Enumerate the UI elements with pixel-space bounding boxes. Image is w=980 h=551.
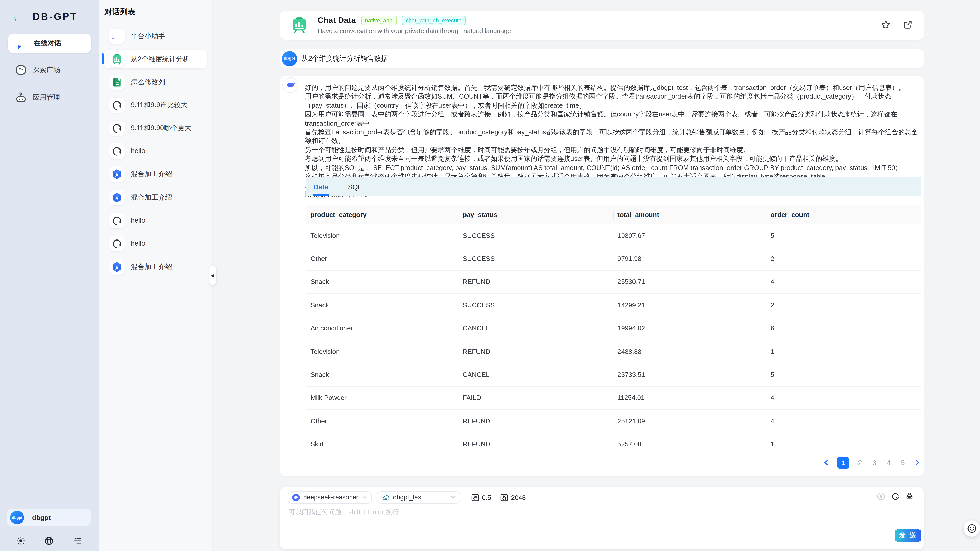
theme-toggle-button[interactable] bbox=[16, 536, 25, 545]
reasoning-paragraph: 所以，可能的SQL是： SELECT product_category, pay… bbox=[305, 163, 919, 172]
app-title: Chat Data bbox=[318, 16, 356, 25]
cell: Snack bbox=[306, 293, 458, 317]
pagination-prev-button[interactable] bbox=[823, 459, 830, 466]
max-tokens-control[interactable]: 2048 bbox=[501, 494, 526, 501]
pagination-next-button[interactable] bbox=[913, 459, 921, 466]
whale-icon bbox=[286, 80, 295, 90]
model-selector[interactable]: deepseek-reasoner bbox=[288, 491, 372, 503]
clear-history-button[interactable] bbox=[905, 492, 913, 500]
cell: 9791.98 bbox=[613, 247, 767, 271]
cell: Snack bbox=[306, 271, 458, 294]
collapse-sidebar-button[interactable] bbox=[73, 536, 82, 545]
column-header[interactable]: pay_status bbox=[458, 205, 613, 224]
conversation-item[interactable]: hello bbox=[104, 234, 207, 253]
mysql-icon bbox=[381, 493, 390, 502]
conversation-item-selected[interactable]: 从2个维度统计分析... bbox=[104, 49, 207, 68]
pagination-page[interactable]: 4 bbox=[885, 459, 892, 467]
pagination-page[interactable]: 3 bbox=[871, 459, 878, 467]
pagination-page-active[interactable]: 1 bbox=[837, 457, 849, 469]
planet-logo-icon bbox=[13, 9, 29, 24]
smiley-icon bbox=[967, 524, 977, 533]
book-icon bbox=[109, 74, 125, 90]
favorite-button[interactable] bbox=[881, 20, 891, 30]
column-header[interactable]: order_count bbox=[767, 205, 921, 224]
conversation-item[interactable]: hello bbox=[104, 211, 207, 230]
globe-icon bbox=[45, 536, 54, 545]
reasoning-paragraph: 另一个可能性是按时间和产品分类，但用户要求两个维度，时间可能需要按年或月分组，但… bbox=[305, 145, 919, 154]
selected-indicator bbox=[102, 53, 104, 64]
temperature-control[interactable]: 0.5 bbox=[471, 494, 491, 501]
brand-logo[interactable]: DB-GPT bbox=[13, 9, 78, 24]
cell: REFUND bbox=[458, 409, 613, 433]
active-tab-underline bbox=[313, 194, 329, 196]
language-button[interactable] bbox=[45, 536, 54, 545]
cell: 2488.88 bbox=[613, 340, 767, 363]
share-button[interactable] bbox=[903, 20, 913, 30]
cell: REFUND bbox=[458, 340, 613, 363]
conversation-item[interactable]: 混合加工介绍 bbox=[104, 164, 207, 183]
cell: 14299.21 bbox=[613, 293, 767, 317]
whale-icon bbox=[292, 494, 300, 501]
headset-icon bbox=[109, 213, 125, 228]
conversation-item[interactable]: 混合加工介绍 bbox=[104, 257, 207, 276]
cell: 19807.67 bbox=[613, 224, 767, 247]
sidebar-item-label: 探索广场 bbox=[33, 65, 60, 75]
conversation-item[interactable]: 9.11和9.9谁比较大 bbox=[104, 96, 207, 115]
pagination-page[interactable]: 2 bbox=[856, 459, 864, 467]
conversation-label: 从2个维度统计分析... bbox=[131, 54, 196, 64]
regenerate-button[interactable] bbox=[891, 492, 899, 500]
table-row: SkirtREFUND5257.081 bbox=[306, 433, 921, 456]
cell: 4 bbox=[767, 386, 921, 409]
temperature-value: 0.5 bbox=[482, 494, 491, 501]
conversation-label: 混合加工介绍 bbox=[131, 169, 172, 178]
user-profile-chip[interactable]: dbgpt dbgpt bbox=[6, 509, 91, 526]
cell: Air conditioner bbox=[306, 317, 458, 340]
table-row: Air conditionerCANCEL19994.026 bbox=[306, 317, 921, 340]
feedback-fab[interactable] bbox=[964, 520, 980, 537]
conversation-item[interactable]: 平台小助手 bbox=[104, 27, 207, 45]
outdent-icon bbox=[73, 536, 82, 545]
panel-collapse-handle[interactable]: ◀ bbox=[209, 266, 216, 285]
send-button[interactable]: 发 送 bbox=[895, 529, 921, 542]
chevron-right-icon bbox=[913, 459, 921, 466]
tab-sql[interactable]: SQL bbox=[348, 183, 362, 196]
hexagon-a-icon bbox=[109, 190, 125, 205]
conversation-item[interactable]: 混合加工介绍 bbox=[104, 188, 207, 207]
sidebar-item-app-management[interactable]: 应用管理 bbox=[8, 88, 91, 107]
conversation-item[interactable]: 9.11和9.90哪个更大 bbox=[104, 118, 207, 137]
star-icon bbox=[881, 20, 891, 30]
cell: 25121.09 bbox=[613, 409, 767, 433]
conversation-list-panel: 对话列表 平台小助手 从2个维度统计分析... 怎么修改列 9.11和9.9谁比… bbox=[99, 0, 213, 551]
tab-data[interactable]: Data bbox=[313, 183, 329, 196]
column-header[interactable]: total_amount bbox=[613, 205, 767, 224]
sliders-icon bbox=[501, 494, 508, 501]
pagination: 1 2 3 4 5 bbox=[306, 455, 921, 470]
sidebar-item-label: 在线对话 bbox=[34, 39, 61, 48]
table-row: TelevisionREFUND2488.881 bbox=[306, 340, 921, 363]
badge-chat-mode: chat_with_db_execute bbox=[402, 16, 466, 25]
pause-button[interactable] bbox=[877, 492, 885, 500]
cell: CANCEL bbox=[458, 363, 613, 386]
reasoning-paragraph: 考虑到用户可能希望两个维度来自同一表以避免复杂连接，或者如果使用国家的话需要连接… bbox=[305, 154, 919, 163]
conversation-item[interactable]: hello bbox=[104, 142, 207, 160]
app-window: DB-GPT 在线对话 探索广场 应用管理 dbgpt dbgpt 对话 bbox=[0, 0, 980, 551]
pagination-page[interactable]: 5 bbox=[899, 459, 907, 467]
table-row: TelevisionSUCCESS19807.675 bbox=[306, 224, 921, 247]
cell: 2 bbox=[767, 293, 921, 317]
conversation-label: 平台小助手 bbox=[131, 32, 165, 41]
sidebar-item-explore[interactable]: 探索广场 bbox=[8, 61, 91, 79]
conversation-item[interactable]: 怎么修改列 bbox=[104, 73, 207, 91]
user-name: dbgpt bbox=[32, 513, 51, 521]
headset-icon bbox=[109, 143, 125, 159]
cell: 11254.01 bbox=[613, 386, 767, 409]
column-header[interactable]: product_category bbox=[306, 205, 458, 224]
headset-icon bbox=[109, 120, 125, 135]
table-row: SnackCANCEL23733.515 bbox=[306, 363, 921, 386]
message-input[interactable] bbox=[288, 506, 872, 530]
cell: 5 bbox=[767, 224, 921, 247]
cell: 2 bbox=[767, 247, 921, 271]
reasoning-paragraph: 好的，用户的问题是要从两个维度统计分析销售数据。首先，我需要确定数据库中有哪些相… bbox=[305, 83, 919, 92]
database-selector[interactable]: dbgpt_test bbox=[377, 491, 460, 503]
sidebar-item-online-chat[interactable]: 在线对话 bbox=[8, 34, 91, 53]
max-tokens-value: 2048 bbox=[511, 494, 526, 501]
